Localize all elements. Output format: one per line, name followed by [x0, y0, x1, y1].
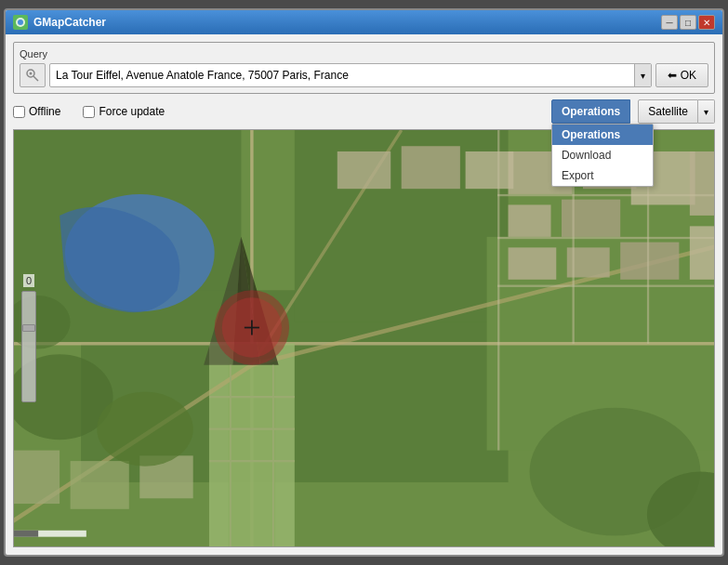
close-button[interactable]: ✕: [698, 15, 715, 30]
query-row: ▾ ⬅ OK: [20, 63, 708, 87]
svg-rect-23: [509, 247, 557, 279]
main-content: Query ▾ ⬅ OK: [6, 34, 722, 555]
ok-button[interactable]: ⬅ OK: [655, 63, 708, 87]
offline-label: Offline: [29, 105, 60, 118]
window-title: GMapCatcher: [33, 16, 106, 29]
svg-rect-39: [497, 285, 714, 287]
svg-rect-32: [71, 461, 129, 509]
svg-rect-37: [497, 194, 714, 196]
svg-rect-31: [14, 451, 60, 504]
zoom-slider[interactable]: [21, 291, 36, 402]
app-icon: [13, 15, 28, 30]
satellite-button[interactable]: Satellite: [638, 99, 698, 124]
window-controls: ─ □ ✕: [661, 15, 715, 30]
force-update-label: Force update: [99, 105, 165, 118]
title-bar-left: GMapCatcher: [13, 15, 106, 30]
minimize-button[interactable]: ─: [661, 15, 678, 30]
main-window: GMapCatcher ─ □ ✕ Query: [4, 8, 724, 557]
ok-arrow-icon: ⬅: [668, 69, 677, 82]
map-aerial-view: 200 m 0: [14, 130, 714, 546]
map-container[interactable]: 200 m 0: [13, 129, 715, 547]
offline-checkbox-label[interactable]: Offline: [13, 105, 60, 118]
operations-dropdown-menu: Operations Download Export: [551, 124, 654, 187]
operations-button[interactable]: Operations: [551, 99, 630, 124]
svg-rect-20: [509, 204, 551, 236]
zoom-handle[interactable]: [22, 324, 35, 332]
operations-container: Operations Operations Download Export: [551, 99, 630, 124]
svg-rect-21: [562, 200, 620, 237]
query-label: Query: [20, 48, 708, 59]
operations-menu-header[interactable]: Operations: [552, 125, 653, 145]
location-icon: [25, 68, 40, 83]
satellite-button-group: Satellite ▾: [638, 99, 715, 124]
query-dropdown-button[interactable]: ▾: [634, 64, 651, 86]
force-update-checkbox-label[interactable]: Force update: [83, 105, 165, 118]
svg-point-54: [97, 391, 192, 466]
zoom-control: 0: [21, 274, 36, 402]
svg-point-4: [30, 72, 33, 75]
query-icon-button[interactable]: [20, 63, 46, 87]
query-input-container: ▾: [49, 63, 652, 87]
map-svg: 200 m: [14, 130, 714, 546]
export-menu-item[interactable]: Export: [552, 165, 653, 186]
satellite-dropdown-button[interactable]: ▾: [698, 99, 715, 124]
svg-point-1: [18, 20, 23, 25]
svg-rect-28: [338, 151, 390, 189]
svg-rect-38: [497, 237, 714, 239]
svg-rect-25: [620, 243, 679, 280]
svg-rect-26: [690, 151, 714, 216]
ok-label: OK: [681, 69, 696, 82]
zoom-level: 0: [23, 274, 34, 287]
force-update-checkbox[interactable]: [83, 106, 95, 118]
download-menu-item[interactable]: Download: [552, 145, 653, 165]
svg-rect-57: [14, 531, 38, 537]
maximize-button[interactable]: □: [680, 15, 696, 30]
svg-rect-34: [497, 130, 499, 451]
offline-checkbox[interactable]: [13, 106, 25, 118]
query-section: Query ▾ ⬅ OK: [13, 42, 715, 94]
svg-rect-30: [466, 151, 514, 189]
toolbar-row: Offline Force update Operations Operatio…: [13, 99, 715, 124]
svg-line-3: [33, 76, 38, 81]
title-bar: GMapCatcher ─ □ ✕: [6, 10, 722, 34]
query-input[interactable]: [50, 69, 634, 82]
svg-rect-29: [402, 146, 460, 189]
svg-rect-27: [690, 226, 714, 279]
